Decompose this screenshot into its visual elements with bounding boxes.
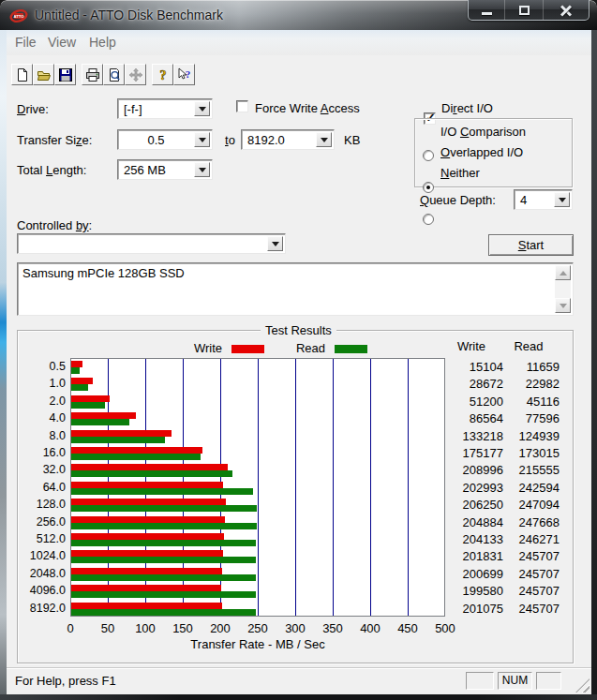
maximize-icon [519, 6, 530, 15]
read-bar [71, 402, 105, 409]
write-bar [71, 482, 223, 488]
x-tick-label: 300 [276, 621, 314, 635]
x-tick-label: 500 [426, 621, 464, 635]
legend-write-label: Write [169, 341, 222, 355]
chart-plot [70, 358, 445, 617]
transfer-size-to-value: 8192.0 [247, 133, 285, 147]
start-button[interactable]: Start [488, 234, 574, 256]
y-tick-label: 256.0 [37, 515, 66, 529]
y-tick-label: 1.0 [50, 377, 66, 390]
maximize-button[interactable] [505, 0, 544, 20]
read-value: 45116 [527, 395, 560, 409]
read-bar [71, 609, 256, 616]
test-results-title: Test Results [261, 323, 336, 337]
write-bar [71, 412, 136, 419]
queue-depth-label: Queue Depth: [420, 193, 496, 207]
force-write-access-label: Force Write Access [255, 101, 360, 115]
y-tick-label: 4.0 [50, 411, 66, 424]
queue-depth-select[interactable]: 4 [514, 189, 573, 210]
print-button[interactable] [82, 64, 103, 85]
read-value: 173015 [519, 446, 560, 460]
move-icon [128, 67, 143, 82]
read-bar [71, 470, 232, 477]
context-help-button[interactable]: ? [173, 64, 195, 85]
chevron-down-icon[interactable] [194, 162, 210, 177]
save-icon [58, 67, 73, 82]
read-bar [71, 505, 257, 512]
read-bar [71, 574, 256, 581]
new-document-button[interactable] [11, 64, 33, 85]
svg-text:ATTO: ATTO [13, 14, 24, 19]
menu-file[interactable]: File [15, 35, 37, 50]
num-lock-indicator: NUM [498, 672, 532, 690]
io-comparison-radio[interactable] [423, 150, 434, 161]
read-value: 245707 [519, 602, 560, 616]
chevron-down-icon[interactable] [267, 236, 283, 251]
context-help-icon: ? [177, 67, 192, 82]
read-values-column: 1165922982451167759612493917301521555524… [485, 358, 560, 617]
write-bar [71, 447, 202, 454]
description-text: Samsung mPCIe 128GB SSD [22, 266, 185, 280]
chevron-down-icon[interactable] [194, 101, 210, 116]
print-preview-button[interactable] [103, 64, 125, 85]
status-panel-1 [466, 672, 494, 690]
open-file-icon [37, 67, 52, 82]
chevron-down-icon[interactable] [316, 132, 332, 147]
open-file-button[interactable] [33, 64, 54, 85]
menu-view[interactable]: View [48, 35, 76, 50]
write-bar [71, 464, 228, 470]
y-tick-label: 4096.0 [30, 584, 66, 597]
scroll-up-icon[interactable] [555, 265, 571, 280]
read-value: 11659 [527, 360, 560, 374]
read-bar [71, 367, 80, 374]
write-bar [71, 516, 225, 523]
legend-write-swatch [231, 345, 264, 353]
y-tick-label: 0.5 [50, 360, 66, 373]
title-bar[interactable]: ATTO Untitled - ATTO Disk Benchmark [0, 0, 597, 30]
description-box[interactable]: Samsung mPCIe 128GB SSD [17, 262, 574, 316]
y-tick-label: 32.0 [43, 463, 66, 476]
minimize-button[interactable] [469, 0, 505, 20]
write-bar [71, 533, 224, 540]
scroll-down-icon[interactable] [555, 298, 571, 313]
read-value: 245707 [519, 584, 560, 598]
svg-text:?: ? [185, 68, 190, 80]
transfer-size-to-select[interactable]: 8192.0 [241, 129, 335, 150]
print-preview-icon [107, 67, 122, 82]
read-bar [71, 557, 256, 563]
read-value: 245707 [519, 567, 560, 581]
read-value: 215555 [519, 463, 560, 477]
chevron-down-icon[interactable] [194, 132, 210, 147]
queue-depth-value: 4 [520, 193, 527, 207]
overlapped-io-label: Overlapped I/O [440, 145, 523, 159]
x-tick-label: 350 [314, 621, 351, 635]
window-title: Untitled - ATTO Disk Benchmark [35, 7, 223, 22]
write-bar [71, 378, 93, 384]
help-button[interactable]: ? [152, 64, 173, 85]
menu-help[interactable]: Help [89, 35, 116, 50]
window-frame-bottom [0, 694, 597, 700]
x-axis-ticks: 050100150200250300350400450500 [70, 621, 445, 635]
y-tick-label: 128.0 [37, 498, 66, 511]
y-tick-label: 8.0 [50, 429, 66, 442]
status-message: For Help, press F1 [15, 674, 116, 688]
chevron-down-icon[interactable] [554, 192, 570, 207]
write-column-header: Write [443, 339, 500, 353]
move-button[interactable] [125, 64, 146, 85]
y-tick-label: 2048.0 [30, 567, 66, 580]
neither-radio[interactable] [423, 214, 434, 225]
window-frame-left [0, 30, 7, 694]
description-scrollbar[interactable] [555, 265, 571, 313]
drive-select[interactable]: [-f-] [117, 98, 213, 119]
total-length-select[interactable]: 256 MB [117, 159, 213, 180]
x-tick-label: 450 [389, 621, 426, 635]
save-button[interactable] [54, 64, 76, 85]
legend-read-label: Read [272, 341, 325, 355]
transfer-size-from-select[interactable]: 0.5 [117, 129, 213, 150]
controlled-by-select[interactable] [17, 233, 286, 254]
y-tick-label: 512.0 [37, 532, 66, 545]
close-button[interactable] [544, 0, 589, 20]
svg-text:?: ? [159, 68, 166, 82]
force-write-access-checkbox[interactable] [236, 100, 248, 112]
overlapped-io-radio[interactable] [423, 182, 434, 193]
